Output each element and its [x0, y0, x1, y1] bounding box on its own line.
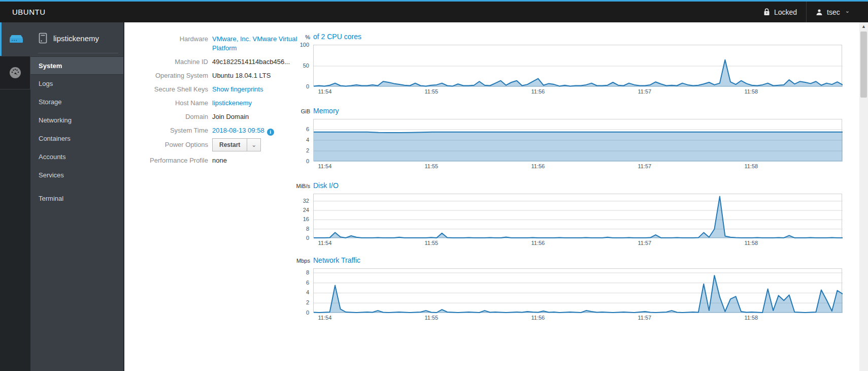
hostname-label: lipstickenemy [53, 34, 99, 43]
x-axis-tick: 11:57 [638, 88, 651, 95]
y-axis-tick: 2 [294, 299, 309, 305]
scroll-up-arrow[interactable]: ▲ [859, 22, 868, 31]
detail-row-domain: DomainJoin Domain [132, 112, 315, 121]
operating-system-label: Operating System [132, 71, 208, 80]
sidebar-item-logs[interactable]: Logs [30, 75, 123, 93]
sidebar-separator [38, 53, 118, 53]
sidebar-item-accounts[interactable]: Accounts [30, 148, 123, 166]
x-axis-tick: 11:55 [425, 315, 439, 321]
secure-shell-keys-link[interactable]: Show fingerprints [212, 85, 263, 93]
detail-row-secure-shell-keys: Secure Shell KeysShow fingerprints [132, 85, 315, 94]
y-axis-tick: 6 [294, 126, 309, 132]
x-axis-tick: 11:55 [425, 88, 439, 95]
y-axis-tick: 0 [294, 158, 309, 164]
x-axis-tick: 11:56 [531, 163, 545, 169]
y-axis-tick: 50 [294, 63, 309, 69]
chart-plot-area [313, 194, 842, 238]
chart-unit-label: % [293, 34, 310, 40]
y-axis-tick: 8 [294, 226, 309, 232]
system-page: HardwareVMware, Inc. VMware Virtual Plat… [124, 22, 859, 371]
detail-row-machine-id: Machine ID49c1822514114bacb456... [132, 57, 315, 67]
vertical-scrollbar[interactable]: ▲ [859, 22, 868, 371]
username-label: tsec [827, 8, 840, 16]
x-axis-tick: 11:54 [318, 163, 332, 169]
host-name-link[interactable]: lipstickenemy [212, 99, 252, 107]
domain-label: Domain [132, 112, 208, 121]
scrollbar-thumb[interactable] [860, 32, 867, 98]
server-icon [8, 34, 24, 45]
domain-action[interactable]: Join Domain [212, 113, 249, 120]
y-axis-tick: 16 [294, 216, 309, 222]
chart-title-link[interactable]: of 2 CPU cores [313, 33, 361, 41]
y-axis-tick: 100 [294, 42, 309, 48]
x-axis-tick: 11:56 [531, 315, 545, 321]
y-axis-tick: 0 [294, 310, 309, 316]
x-axis-tick: 11:57 [638, 240, 651, 246]
x-axis-tick: 11:58 [744, 163, 758, 169]
system-details: HardwareVMware, Inc. VMware Virtual Plat… [132, 35, 315, 170]
chart-title-link[interactable]: Memory [313, 107, 339, 115]
y-axis-tick: 4 [294, 289, 309, 295]
y-axis-tick: 0 [294, 235, 309, 241]
series-area [314, 197, 843, 238]
detail-row-operating-system: Operating SystemUbuntu 18.04.1 LTS [132, 71, 315, 80]
restart-button[interactable]: Restart [212, 138, 247, 151]
machine-id-label: Machine ID [132, 57, 208, 67]
dashboard-button[interactable] [0, 56, 30, 89]
chevron-down-icon: ⌄ [251, 141, 256, 148]
chart-unit-label: GiB [293, 108, 310, 114]
chart-header-memory: GiBMemory [293, 107, 339, 115]
chart-plot-area [313, 119, 842, 161]
sidebar: lipstickenemy SystemLogsStorageNetworkin… [30, 22, 124, 371]
brand-title: UBUNTU [12, 8, 46, 16]
chart-header-disk-i-o: MiB/sDisk I/O [293, 181, 339, 190]
chart-title-link[interactable]: Network Traffic [313, 256, 360, 264]
chevron-down-icon: ⌄ [845, 8, 850, 14]
sidebar-hostname: lipstickenemy [30, 22, 123, 53]
y-axis-tick: 24 [294, 207, 309, 213]
chart-of-2-cpu-cores: %of 2 CPU cores05010011:5411:5511:5611:5… [293, 33, 842, 97]
chart-network-traffic: MbpsNetwork Traffic0246811:5411:5511:561… [293, 256, 842, 323]
sidebar-item-containers[interactable]: Containers [30, 130, 123, 148]
host-name-label: Host Name [132, 99, 208, 108]
series-line [314, 197, 843, 238]
x-axis-tick: 11:55 [425, 240, 439, 246]
x-axis-tick: 11:54 [318, 240, 332, 246]
info-icon[interactable]: i [267, 129, 274, 136]
dashboard-gauge-icon [9, 66, 22, 79]
detail-row-system-time: System Time2018-08-13 09:58i [132, 126, 315, 136]
locked-indicator[interactable]: Locked [754, 2, 806, 22]
series-area [314, 60, 843, 87]
y-axis-tick: 4 [294, 137, 309, 143]
detail-row-performance-profile: Performance Profilenone [132, 156, 315, 165]
chart-title-link[interactable]: Disk I/O [313, 181, 339, 190]
chart-unit-label: MiB/s [293, 183, 310, 189]
lock-icon [763, 8, 770, 16]
series-line [314, 275, 843, 313]
current-host-button[interactable] [0, 22, 30, 56]
x-axis-tick: 11:55 [425, 163, 439, 169]
chart-unit-label: Mbps [293, 258, 310, 264]
y-axis-tick: 6 [294, 280, 309, 286]
sidebar-item-storage[interactable]: Storage [30, 93, 123, 111]
x-axis-tick: 11:54 [318, 88, 332, 95]
hardware-link[interactable]: VMware, Inc. VMware Virtual Platform [212, 35, 297, 52]
x-axis-tick: 11:58 [744, 240, 758, 246]
user-menu[interactable]: tsec ⌄ [807, 2, 859, 22]
chart-memory: GiBMemory024611:5411:5511:5611:5711:58 [293, 107, 842, 171]
sidebar-item-networking[interactable]: Networking [30, 111, 123, 130]
chart-plot-area [313, 45, 842, 86]
x-axis-tick: 11:58 [744, 88, 758, 95]
performance-profile-label: Performance Profile [132, 156, 208, 165]
x-axis-tick: 11:57 [638, 163, 651, 169]
x-axis-tick: 11:56 [531, 240, 545, 246]
sidebar-item-terminal[interactable]: Terminal [30, 190, 123, 208]
restart-dropdown-toggle[interactable]: ⌄ [247, 138, 261, 151]
system-time-link[interactable]: 2018-08-13 09:58 [212, 127, 264, 134]
sidebar-item-services[interactable]: Services [30, 166, 123, 184]
x-axis-tick: 11:54 [318, 315, 332, 321]
sidebar-item-system[interactable]: System [30, 56, 123, 75]
series-line [314, 60, 843, 86]
chart-disk-i-o: MiB/sDisk I/O0816243211:5411:5511:5611:5… [293, 181, 842, 248]
top-navbar: UBUNTU Locked tsec ⌄ [0, 0, 868, 22]
